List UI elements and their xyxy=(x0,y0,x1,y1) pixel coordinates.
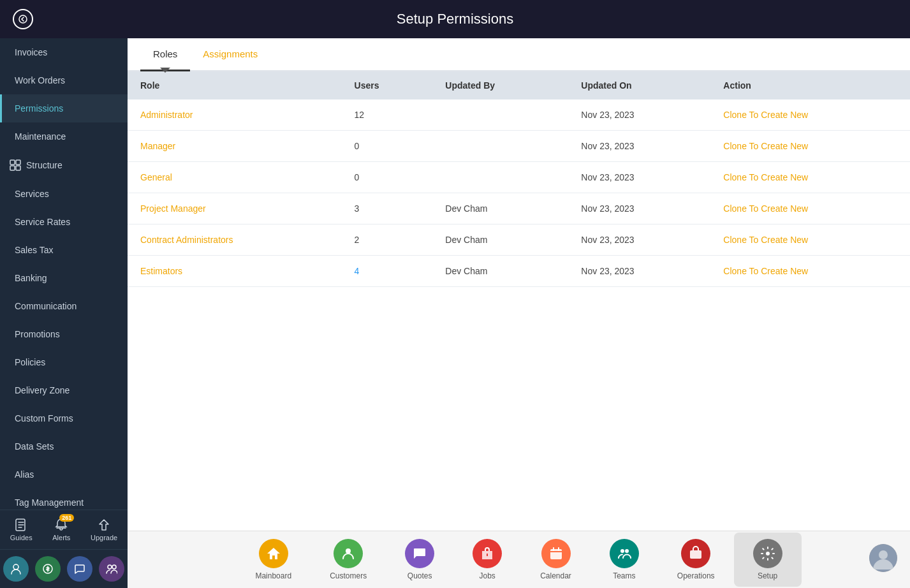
group-icon-btn[interactable] xyxy=(99,556,124,582)
sidebar-item-maintenance[interactable]: Maintenance xyxy=(0,122,128,151)
alerts-badge: 261 xyxy=(59,514,74,522)
sidebar-item-communication[interactable]: Communication xyxy=(0,292,128,320)
nav-jobs[interactable]: Jobs xyxy=(453,533,521,587)
clone-link[interactable]: Clone To Create New xyxy=(723,235,808,245)
svg-rect-14 xyxy=(550,549,562,559)
user-icon-btn[interactable] xyxy=(3,556,29,582)
sidebar-item-custom-forms[interactable]: Custom Forms xyxy=(0,404,128,432)
sidebar-item-data-sets[interactable]: Data Sets xyxy=(0,432,128,460)
calendar-label: Calendar xyxy=(540,571,571,580)
table-row: Estimators 4 Dev Cham Nov 23, 2023 Clone… xyxy=(128,256,910,287)
col-role: Role xyxy=(128,71,342,99)
role-name-link[interactable]: Administrator xyxy=(140,110,193,120)
clone-link[interactable]: Clone To Create New xyxy=(723,141,808,151)
tabs-row: Roles Assignments xyxy=(128,38,910,71)
alerts-button[interactable]: 261 Alerts xyxy=(47,515,75,544)
sidebar-item-services[interactable]: Services xyxy=(0,180,128,208)
nav-calendar[interactable]: Calendar xyxy=(521,533,591,587)
user-avatar[interactable] xyxy=(869,544,897,572)
users-count: 12 xyxy=(355,110,365,120)
updated-on: Nov 23, 2023 xyxy=(581,141,634,151)
col-updated-on: Updated On xyxy=(568,71,710,99)
side-icons-row xyxy=(0,549,128,588)
sidebar-item-delivery-zone[interactable]: Delivery Zone xyxy=(0,376,128,404)
users-count: 0 xyxy=(355,172,360,182)
sidebar-item-banking[interactable]: Banking xyxy=(0,264,128,292)
users-count: 0 xyxy=(355,141,360,151)
updated-by: Dev Cham xyxy=(445,203,487,214)
mainboard-icon xyxy=(259,539,288,568)
chat-icon-btn[interactable] xyxy=(67,556,92,582)
bottom-nav: Mainboard Customers xyxy=(128,531,910,588)
svg-point-10 xyxy=(112,565,116,569)
nav-quotes[interactable]: Quotes xyxy=(386,533,453,587)
sidebar-item-promotions[interactable]: Promotions xyxy=(0,320,128,348)
clone-link[interactable]: Clone To Create New xyxy=(723,266,808,276)
role-name-link[interactable]: General xyxy=(140,172,172,182)
updated-on: Nov 23, 2023 xyxy=(581,172,634,182)
sidebar-scroll: Invoices Work Orders Permissions Mainten… xyxy=(0,38,128,510)
tab-roles[interactable]: Roles xyxy=(140,38,190,71)
page-title: Setup Permissions xyxy=(46,11,864,27)
role-name-link[interactable]: Contract Administrators xyxy=(140,235,233,245)
guides-button[interactable]: Guides xyxy=(5,515,38,544)
upgrade-button[interactable]: Upgrade xyxy=(85,515,122,544)
nav-teams[interactable]: Teams xyxy=(591,533,658,587)
main-layout: Invoices Work Orders Permissions Mainten… xyxy=(0,38,910,588)
role-name-link[interactable]: Manager xyxy=(140,141,175,151)
users-count: 2 xyxy=(355,235,360,245)
sidebar-item-work-orders[interactable]: Work Orders xyxy=(0,66,128,94)
quotes-icon xyxy=(405,539,434,568)
role-name-link[interactable]: Estimators xyxy=(140,266,182,276)
sidebar-item-sales-tax[interactable]: Sales Tax xyxy=(0,236,128,264)
svg-point-18 xyxy=(620,549,624,553)
sidebar-item-tag-management[interactable]: Tag Management xyxy=(0,489,128,510)
svg-point-0 xyxy=(19,15,27,23)
table-row: General 0 Nov 23, 2023 Clone To Create N… xyxy=(128,162,910,193)
clone-link[interactable]: Clone To Create New xyxy=(723,172,808,182)
operations-icon xyxy=(681,539,710,568)
sidebar-item-permissions[interactable]: Permissions xyxy=(0,94,128,122)
dollar-icon-btn[interactable] xyxy=(35,556,61,582)
nav-mainboard[interactable]: Mainboard xyxy=(236,533,311,587)
role-name-link[interactable]: Project Manager xyxy=(140,203,206,214)
sidebar-item-alias[interactable]: Alias xyxy=(0,460,128,489)
sidebar-item-invoices[interactable]: Invoices xyxy=(0,38,128,66)
table-row: Manager 0 Nov 23, 2023 Clone To Create N… xyxy=(128,131,910,162)
sidebar-section-structure[interactable]: Structure xyxy=(0,151,128,180)
svg-point-9 xyxy=(108,565,112,569)
updated-on: Nov 23, 2023 xyxy=(581,203,634,214)
svg-rect-1 xyxy=(10,160,15,165)
customers-label: Customers xyxy=(330,571,367,580)
col-users: Users xyxy=(342,71,433,99)
teams-label: Teams xyxy=(613,571,635,580)
updated-by: Dev Cham xyxy=(445,266,487,276)
svg-point-19 xyxy=(625,549,629,553)
tab-indicator xyxy=(160,68,170,73)
svg-point-21 xyxy=(766,552,770,555)
nav-customers[interactable]: Customers xyxy=(311,533,386,587)
sidebar-item-policies[interactable]: Policies xyxy=(0,348,128,376)
table-row: Contract Administrators 2 Dev Cham Nov 2… xyxy=(128,224,910,256)
svg-rect-3 xyxy=(10,166,15,170)
jobs-label: Jobs xyxy=(479,571,495,580)
svg-marker-11 xyxy=(267,548,280,559)
sidebar-item-service-rates[interactable]: Service Rates xyxy=(0,208,128,236)
back-button[interactable] xyxy=(13,9,33,29)
svg-rect-2 xyxy=(16,160,20,165)
sidebar: Invoices Work Orders Permissions Mainten… xyxy=(0,38,128,588)
alerts-label: Alerts xyxy=(52,534,70,541)
quotes-label: Quotes xyxy=(407,571,432,580)
roles-table: Role Users Updated By Updated On Action … xyxy=(128,71,910,287)
clone-link[interactable]: Clone To Create New xyxy=(723,110,808,120)
users-count-link[interactable]: 4 xyxy=(355,266,360,276)
table-row: Project Manager 3 Dev Cham Nov 23, 2023 … xyxy=(128,193,910,224)
clone-link[interactable]: Clone To Create New xyxy=(723,203,808,214)
table-row: Administrator 12 Nov 23, 2023 Clone To C… xyxy=(128,99,910,131)
col-action: Action xyxy=(710,71,910,99)
svg-point-23 xyxy=(879,550,888,559)
nav-operations[interactable]: Operations xyxy=(658,533,734,587)
structure-label: Structure xyxy=(26,160,62,170)
tab-assignments[interactable]: Assignments xyxy=(190,38,270,71)
nav-setup[interactable]: Setup xyxy=(734,533,802,587)
